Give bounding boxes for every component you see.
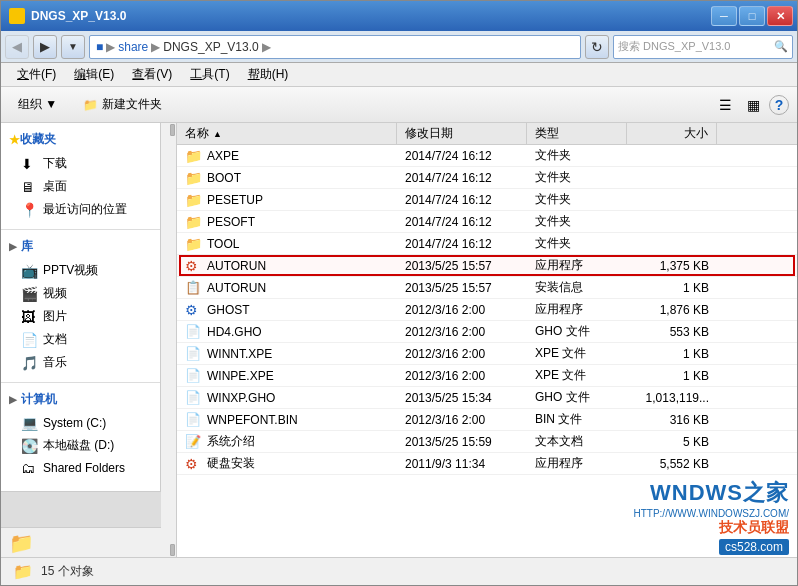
view-details-button[interactable]: ▦ xyxy=(741,93,765,117)
toolbar: 组织 ▼ 📁 新建文件夹 ☰ ▦ ? xyxy=(1,87,797,123)
col-date-label: 修改日期 xyxy=(405,125,453,142)
table-row[interactable]: 📋 AUTORUN 2013/5/25 15:57 安装信息 1 KB xyxy=(177,277,797,299)
maximize-button[interactable]: □ xyxy=(739,6,765,26)
docs-label: 文档 xyxy=(43,331,67,348)
address-path[interactable]: ■ ▶ share ▶ DNGS_XP_V13.0 ▶ xyxy=(89,35,581,59)
file-date-cell: 2014/7/24 16:12 xyxy=(397,145,527,166)
col-header-type[interactable]: 类型 xyxy=(527,123,627,144)
sidebar-item-video[interactable]: 🎬 视频 xyxy=(1,282,160,305)
recent-icon: 📍 xyxy=(21,202,39,218)
file-date-cell: 2014/7/24 16:12 xyxy=(397,189,527,210)
close-button[interactable]: ✕ xyxy=(767,6,793,26)
sidebar-header-computer[interactable]: ▶ 计算机 xyxy=(1,387,160,412)
sidebar-item-download[interactable]: ⬇ 下载 xyxy=(1,152,160,175)
file-name: HD4.GHO xyxy=(207,325,262,339)
sidebar-item-music[interactable]: 🎵 音乐 xyxy=(1,351,160,374)
sidebar-item-docs[interactable]: 📄 文档 xyxy=(1,328,160,351)
file-size: 1,013,119... xyxy=(646,391,709,405)
status-count: 15 个对象 xyxy=(41,563,94,580)
file-date: 2014/7/24 16:12 xyxy=(405,193,492,207)
table-row[interactable]: 📁 PESOFT 2014/7/24 16:12 文件夹 xyxy=(177,211,797,233)
sidebar-item-system-c[interactable]: 💻 System (C:) xyxy=(1,412,160,434)
minimize-button[interactable]: ─ xyxy=(711,6,737,26)
menu-tools[interactable]: 工具(T) xyxy=(182,64,237,85)
table-row[interactable]: 📁 TOOL 2014/7/24 16:12 文件夹 xyxy=(177,233,797,255)
sidebar-scrollbar[interactable] xyxy=(169,123,177,557)
dropdown-button[interactable]: ▼ xyxy=(61,35,85,59)
pictures-icon: 🖼 xyxy=(21,309,39,325)
file-size-cell: 1 KB xyxy=(627,343,717,364)
menu-file[interactable]: 文件(F) xyxy=(9,64,64,85)
table-row[interactable]: ⚙ GHOST 2012/3/16 2:00 应用程序 1,876 KB xyxy=(177,299,797,321)
sidebar-item-recent[interactable]: 📍 最近访问的位置 xyxy=(1,198,160,221)
file-type: 文件夹 xyxy=(535,213,571,230)
file-name: TOOL xyxy=(207,237,239,251)
table-row[interactable]: 📁 AXPE 2014/7/24 16:12 文件夹 xyxy=(177,145,797,167)
exe-icon: ⚙ xyxy=(185,302,203,318)
file-type: 文件夹 xyxy=(535,147,571,164)
file-size-cell xyxy=(627,211,717,232)
window-icon xyxy=(9,8,25,24)
file-name: WINNT.XPE xyxy=(207,347,272,361)
new-folder-button[interactable]: 📁 新建文件夹 xyxy=(74,91,171,118)
forward-button[interactable]: ▶ xyxy=(33,35,57,59)
table-row[interactable]: 📄 WNPEFONT.BIN 2012/3/16 2:00 BIN 文件 316… xyxy=(177,409,797,431)
search-icon: 🔍 xyxy=(774,40,788,53)
file-type-cell: GHO 文件 xyxy=(527,321,627,342)
menu-help[interactable]: 帮助(H) xyxy=(240,64,297,85)
sidebar-item-drive-d[interactable]: 💽 本地磁盘 (D:) xyxy=(1,434,160,457)
path-share[interactable]: share xyxy=(118,40,148,54)
sidebar-item-shared[interactable]: 🗂 Shared Folders xyxy=(1,457,160,479)
file-name-cell: 📁 PESETUP xyxy=(177,189,397,210)
address-bar: ◀ ▶ ▼ ■ ▶ share ▶ DNGS_XP_V13.0 ▶ ↻ 搜索 D… xyxy=(1,31,797,63)
inf-icon: 📋 xyxy=(185,280,203,295)
table-row[interactable]: ⚙ 硬盘安装 2011/9/3 11:34 应用程序 5,552 KB xyxy=(177,453,797,475)
sidebar-item-desktop[interactable]: 🖥 桌面 xyxy=(1,175,160,198)
col-header-date[interactable]: 修改日期 xyxy=(397,123,527,144)
file-size-cell: 316 KB xyxy=(627,409,717,430)
file-size: 5,552 KB xyxy=(660,457,709,471)
desktop-label: 桌面 xyxy=(43,178,67,195)
menu-view[interactable]: 查看(V) xyxy=(124,64,180,85)
sidebar-section-library: ▶ 库 📺 PPTV视频 🎬 视频 🖼 图片 xyxy=(1,234,160,374)
sidebar-item-pictures[interactable]: 🖼 图片 xyxy=(1,305,160,328)
organize-button[interactable]: 组织 ▼ xyxy=(9,91,66,118)
table-row[interactable]: 📄 WINXP.GHO 2013/5/25 15:34 GHO 文件 1,013… xyxy=(177,387,797,409)
video-label: 视频 xyxy=(43,285,67,302)
col-header-size[interactable]: 大小 xyxy=(627,123,717,144)
path-current[interactable]: DNGS_XP_V13.0 xyxy=(163,40,258,54)
sidebar-header-library[interactable]: ▶ 库 xyxy=(1,234,160,259)
file-type-cell: 安装信息 xyxy=(527,277,627,298)
path-separator-1: ▶ xyxy=(106,40,115,54)
search-box[interactable]: 搜索 DNGS_XP_V13.0 🔍 xyxy=(613,35,793,59)
view-toggle-button[interactable]: ☰ xyxy=(713,93,737,117)
sidebar-divider-2 xyxy=(1,382,160,383)
table-row[interactable]: 📁 PESETUP 2014/7/24 16:12 文件夹 xyxy=(177,189,797,211)
col-header-name[interactable]: 名称 ▲ xyxy=(177,123,397,144)
file-name-cell: 📄 WINPE.XPE xyxy=(177,365,397,386)
back-button[interactable]: ◀ xyxy=(5,35,29,59)
file-date-cell: 2013/5/25 15:57 xyxy=(397,277,527,298)
file-size-cell xyxy=(627,189,717,210)
file-type-cell: XPE 文件 xyxy=(527,343,627,364)
table-row[interactable]: ⚙ AUTORUN 2013/5/25 15:57 应用程序 1,375 KB xyxy=(177,255,797,277)
new-folder-icon: 📁 xyxy=(83,98,98,112)
refresh-button[interactable]: ↻ xyxy=(585,35,609,59)
file-name: PESOFT xyxy=(207,215,255,229)
file-type-cell: 文件夹 xyxy=(527,189,627,210)
file-type-cell: 应用程序 xyxy=(527,453,627,474)
table-row[interactable]: 📁 BOOT 2014/7/24 16:12 文件夹 xyxy=(177,167,797,189)
help-button[interactable]: ? xyxy=(769,95,789,115)
table-row[interactable]: 📄 WINNT.XPE 2012/3/16 2:00 XPE 文件 1 KB xyxy=(177,343,797,365)
table-row[interactable]: 📄 HD4.GHO 2012/3/16 2:00 GHO 文件 553 KB xyxy=(177,321,797,343)
file-size-cell xyxy=(627,233,717,254)
file-icon: 📄 xyxy=(185,412,203,427)
menu-edit[interactable]: 编辑(E) xyxy=(66,64,122,85)
file-type-cell: 文件夹 xyxy=(527,233,627,254)
table-row[interactable]: 📝 系统介绍 2013/5/25 15:59 文本文档 5 KB xyxy=(177,431,797,453)
sidebar-header-favorites[interactable]: ★ 收藏夹 xyxy=(1,127,160,152)
sidebar-item-pptv[interactable]: 📺 PPTV视频 xyxy=(1,259,160,282)
file-date: 2013/5/25 15:57 xyxy=(405,281,492,295)
file-type: XPE 文件 xyxy=(535,345,586,362)
table-row[interactable]: 📄 WINPE.XPE 2012/3/16 2:00 XPE 文件 1 KB xyxy=(177,365,797,387)
